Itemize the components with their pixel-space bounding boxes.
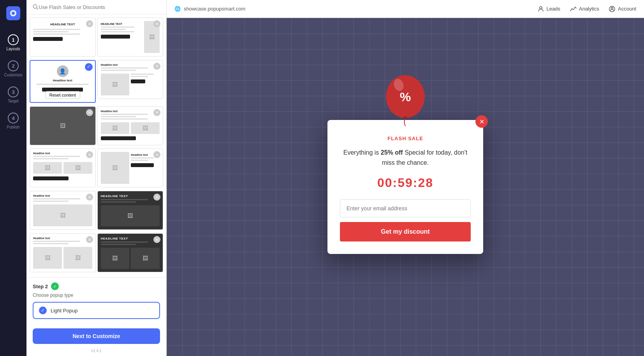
account-label: Account [618, 6, 636, 12]
template-card-11[interactable]: Headline text 🖼 🖼 ✕ [30, 233, 96, 272]
step2-section: Step 2 ✓ Choose popup type ✓ Light Popup [26, 277, 166, 324]
canvas-area: 🌐 showcase.popupsmart.com Leads Analytic… [167, 0, 644, 356]
check-badge-3: ✓ [85, 63, 93, 71]
canvas-grid: ✕ % FLASH SALE Everything is 25% off Spe… [167, 18, 644, 356]
account-icon [609, 5, 616, 12]
template-card-4[interactable]: Headline text 🖼 ✕ [97, 60, 164, 99]
app-logo [6, 6, 20, 20]
svg-text:%: % [400, 90, 411, 104]
sidebar-item-publish[interactable]: 4 Publish [0, 108, 26, 134]
sidebar-item-layouts[interactable]: 1 Layouts [0, 30, 26, 56]
svg-point-4 [540, 7, 542, 9]
globe-icon: 🌐 [174, 6, 181, 12]
template-grid: HEADLINE TEXT ✕ HEADLINE TEXT 🖼 ✕ [26, 14, 166, 277]
step-4-circle: 4 [8, 113, 19, 123]
step-3-circle: 3 [8, 86, 19, 97]
template-card-8[interactable]: 🖼 Headline text ✕ [97, 148, 164, 187]
step-3-label: Target [8, 99, 19, 103]
sidebar-item-target[interactable]: 3 Target [0, 82, 26, 108]
search-bar [26, 0, 166, 14]
step-1-circle: 1 [8, 34, 19, 45]
step-4-label: Publish [7, 125, 20, 129]
account-button[interactable]: Account [609, 5, 636, 12]
popup-body: FLASH SALE Everything is 25% off Special… [327, 120, 483, 254]
analytics-button[interactable]: Analytics [570, 5, 599, 12]
popup-close-button[interactable]: ✕ [475, 115, 488, 128]
sidebar-nav: 1 Layouts 2 Customize 3 Target 4 Publish [0, 0, 26, 356]
step-2-circle: 2 [8, 60, 19, 71]
popup-type-option[interactable]: ✓ Light Popup [33, 302, 160, 319]
top-bar: 🌐 showcase.popupsmart.com Leads Analytic… [167, 0, 644, 18]
close-badge-4: ✕ [153, 63, 160, 70]
flash-sale-label: FLASH SALE [340, 136, 471, 141]
next-to-customize-button[interactable]: Next to Customize [33, 328, 160, 344]
leads-label: Leads [547, 6, 560, 12]
email-input[interactable] [340, 199, 471, 217]
template-panel: HEADLINE TEXT ✕ HEADLINE TEXT 🖼 ✕ [26, 0, 167, 356]
step2-header: Step 2 ✓ [33, 282, 160, 290]
step2-check-icon: ✓ [51, 282, 59, 290]
top-bar-right: Leads Analytics Account [537, 5, 636, 12]
leads-button[interactable]: Leads [537, 5, 560, 12]
close-badge-7: ✕ [86, 151, 93, 158]
template-card-9[interactable]: Headline text 🖼 ✕ [30, 191, 96, 230]
close-badge-11: ✕ [86, 236, 93, 243]
svg-point-10 [404, 116, 407, 119]
template-card-2[interactable]: HEADLINE TEXT 🖼 ✕ [97, 18, 164, 56]
svg-point-6 [611, 7, 613, 9]
analytics-icon [570, 5, 577, 12]
template-card-7[interactable]: Headline text 🖼 🖼 ✕ [30, 148, 96, 187]
step-2-label: Customize [4, 73, 22, 77]
template-card-3[interactable]: 👤 Headline text ✓ Reset content [30, 60, 96, 103]
countdown-timer: 00:59:28 [340, 176, 471, 190]
close-badge-1: ✕ [86, 20, 93, 27]
svg-point-1 [12, 12, 15, 15]
balloon-icon: % [384, 73, 427, 128]
leads-icon [537, 5, 544, 12]
popup-preview: ✕ % FLASH SALE Everything is 25% off Spe… [327, 120, 483, 254]
analytics-label: Analytics [579, 6, 599, 12]
close-badge-6: ✕ [153, 109, 160, 116]
template-card-1[interactable]: HEADLINE TEXT ✕ [30, 18, 96, 56]
close-badge-5: ✕ [86, 109, 93, 116]
template-card-6[interactable]: Headline text 🖼 🖼 ✕ [97, 106, 164, 145]
search-icon [33, 4, 39, 10]
popup-type-check-icon: ✓ [39, 307, 47, 314]
reset-content-button[interactable]: Reset content [45, 91, 80, 99]
step2-label: Step 2 [33, 284, 48, 289]
url-text: showcase.popupsmart.com [184, 6, 245, 12]
step2-sublabel: Choose popup type [33, 293, 160, 298]
template-card-10[interactable]: Headline text 🖼 ✕ [97, 191, 164, 230]
template-card-12[interactable]: Headline text 🖼 🖼 ✕ [97, 233, 164, 272]
version-tag: v1.4.1 [26, 349, 166, 356]
popup-type-label: Light Popup [51, 308, 77, 314]
sidebar-item-customize[interactable]: 2 Customize [0, 56, 26, 82]
svg-line-3 [37, 8, 38, 9]
get-discount-button[interactable]: Get my discount [340, 222, 471, 241]
logo-icon [9, 9, 17, 17]
close-badge-9: ✕ [86, 194, 93, 201]
template-card-5[interactable]: 🖼 ✕ [30, 106, 96, 145]
step-1-label: Layouts [6, 47, 20, 51]
flash-sale-desc: Everything is 25% off Special for today,… [340, 148, 471, 167]
search-input[interactable] [39, 4, 160, 10]
url-bar: 🌐 showcase.popupsmart.com [174, 6, 531, 12]
close-badge-2: ✕ [153, 20, 160, 27]
